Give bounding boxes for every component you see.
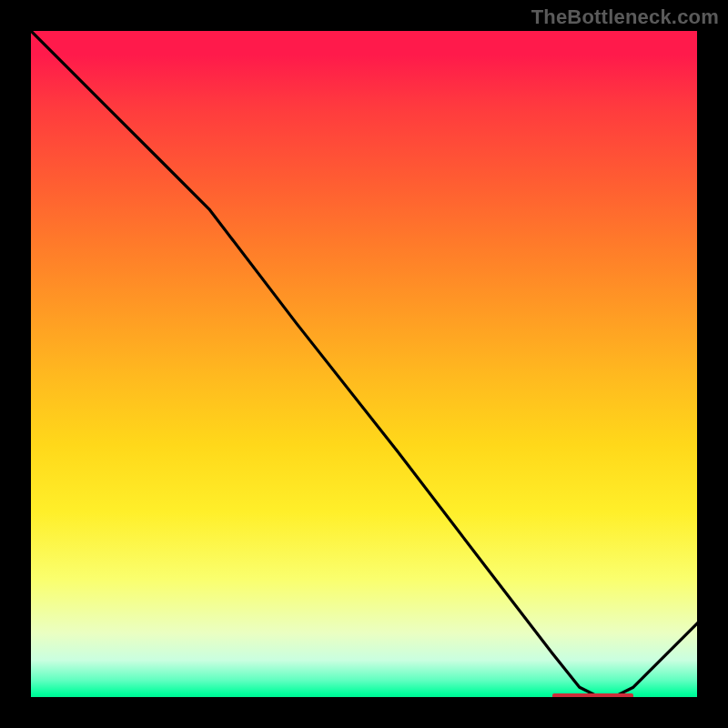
optimal-range-marker	[552, 693, 633, 700]
bottleneck-curve	[27, 27, 701, 701]
watermark-text: TheBottleneck.com	[531, 5, 719, 29]
plot-area	[27, 27, 701, 701]
plot-frame	[27, 27, 701, 701]
chart-canvas: TheBottleneck.com	[0, 0, 728, 728]
